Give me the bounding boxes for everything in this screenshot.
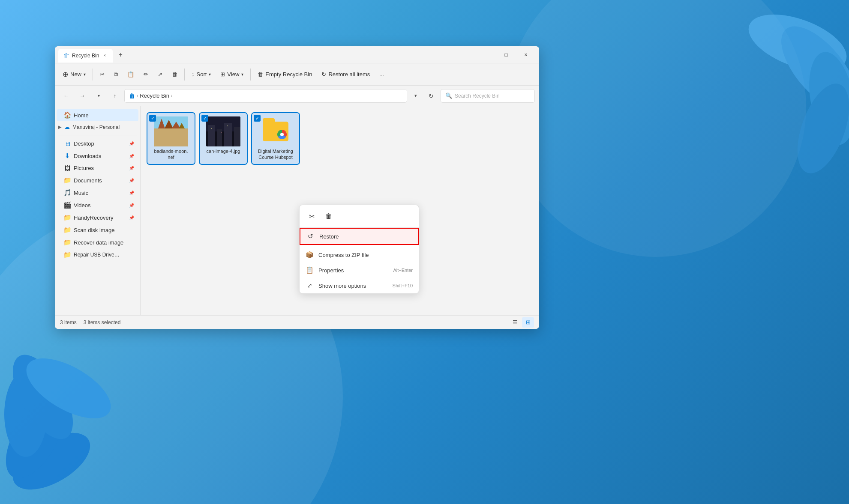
downloads-pin-icon: 📌	[129, 154, 134, 158]
up-button[interactable]: ↑	[108, 89, 122, 103]
sidebar-item-repairusb[interactable]: 📁 Repair USB Drive Sol	[57, 249, 138, 261]
sidebar-divider-1	[58, 135, 137, 135]
delete-button[interactable]: 🗑	[168, 69, 182, 80]
ctx-divider-1	[300, 246, 419, 246]
close-button[interactable]: ×	[516, 48, 536, 62]
sidebar-item-music[interactable]: 🎵 Music 📌	[57, 187, 138, 199]
view-toggle: ☰ ⊞	[509, 317, 534, 328]
documents-pin-icon: 📌	[129, 178, 134, 183]
file-name-jpg: can-image-4.jpg	[207, 148, 240, 154]
address-bar: ← → ▾ ↑ 🗑 › Recycle Bin › ▾ ↻ 🔍 Search R…	[55, 86, 539, 106]
videos-pin-icon: 📌	[129, 203, 134, 208]
recent-locations-button[interactable]: ▾	[92, 89, 105, 103]
search-box[interactable]: 🔍 Search Recycle Bin	[441, 89, 535, 103]
pictures-pin-icon: 📌	[129, 166, 134, 170]
new-button[interactable]: ⊕ New ▾	[58, 68, 90, 81]
address-dropdown-button[interactable]: ▾	[410, 89, 422, 103]
ctx-compress-icon: 📦	[306, 251, 313, 259]
ctx-properties-item[interactable]: 📋 Properties Alt+Enter	[300, 262, 419, 278]
tab-recycle-icon: 🗑	[63, 52, 69, 59]
ctx-properties-label: Properties	[318, 267, 344, 274]
empty-bin-button[interactable]: 🗑 Empty Recycle Bin	[253, 69, 316, 80]
sidebar-repairusb-label: Repair USB Drive Sol	[74, 252, 121, 258]
home-icon: 🏠	[63, 111, 71, 119]
rename-button[interactable]: ✏	[139, 69, 153, 80]
win11-flower-right	[592, 0, 849, 257]
sidebar-item-scandisk[interactable]: 📁 Scan disk image	[57, 224, 138, 236]
file-item-nef[interactable]: ✓ badlan	[147, 113, 195, 164]
videos-icon: 🎬	[63, 201, 71, 209]
ctx-delete-button[interactable]: 🗑	[321, 209, 336, 224]
nef-preview	[154, 116, 188, 146]
ctx-restore-item[interactable]: ↺ Restore	[300, 228, 419, 245]
music-pin-icon: 📌	[129, 191, 134, 195]
copy-icon: ⧉	[114, 71, 118, 78]
grid-view-button[interactable]: ⊞	[522, 317, 534, 328]
view-label: View	[227, 71, 239, 78]
cut-button[interactable]: ✂	[96, 69, 109, 80]
path-label: Recycle Bin	[140, 92, 169, 99]
items-count: 3 items	[60, 319, 77, 325]
file-checkbox-nef: ✓	[149, 115, 156, 122]
ctx-more-options-item[interactable]: ⤢ Show more options Shift+F10	[300, 278, 419, 293]
ctx-cut-button[interactable]: ✂	[304, 209, 319, 224]
sidebar-item-handyrecovery[interactable]: 📁 HandyRecovery 📌	[57, 212, 138, 224]
sidebar-item-home[interactable]: 🏠 Home	[57, 109, 138, 121]
sidebar: 🏠 Home ▶ ☁ Manuviraj - Personal 🖥 Deskto…	[55, 106, 141, 315]
view-icon: ⊞	[220, 71, 225, 78]
back-button[interactable]: ←	[59, 89, 73, 103]
sidebar-item-downloads[interactable]: ⬇ Downloads 📌	[57, 150, 138, 162]
ctx-properties-shortcut: Alt+Enter	[393, 268, 413, 273]
sidebar-item-pictures[interactable]: 🖼 Pictures 📌	[57, 162, 138, 174]
minimize-button[interactable]: ─	[477, 48, 496, 62]
scandisk-icon: 📁	[63, 226, 71, 234]
ctx-cut-icon: ✂	[309, 212, 315, 221]
maximize-button[interactable]: □	[496, 48, 516, 62]
sidebar-desktop-label: Desktop	[74, 140, 126, 147]
sidebar-onedrive-header[interactable]: ▶ ☁ Manuviraj - Personal	[55, 122, 140, 132]
address-path-bar[interactable]: 🗑 › Recycle Bin ›	[124, 89, 407, 103]
file-grid: ✓ badlan	[141, 106, 539, 315]
more-options-button[interactable]: ...	[375, 69, 388, 80]
view-button[interactable]: ⊞ View ▾	[216, 69, 248, 80]
tab-label: Recycle Bin	[72, 53, 99, 59]
new-tab-button[interactable]: +	[114, 49, 126, 61]
svg-rect-20	[234, 127, 240, 146]
ctx-compress-item[interactable]: 📦 Compress to ZIP file	[300, 247, 419, 262]
ctx-restore-label: Restore	[319, 233, 339, 240]
ctx-compress-label: Compress to ZIP file	[318, 252, 369, 258]
onedrive-icon: ☁	[64, 124, 70, 130]
sidebar-item-documents[interactable]: 📁 Documents 📌	[57, 174, 138, 186]
tab-close-button[interactable]: ×	[102, 52, 108, 59]
desktop-icon: 🖥	[63, 140, 71, 147]
folder-preview	[258, 116, 293, 146]
delete-icon: 🗑	[172, 71, 177, 78]
share-icon: ↗	[158, 71, 162, 78]
copy-button[interactable]: ⧉	[110, 69, 122, 81]
refresh-button[interactable]: ↻	[424, 89, 438, 103]
toolbar-sep1	[93, 69, 93, 81]
recoverdata-icon: 📁	[63, 239, 71, 246]
window-controls: ─ □ ×	[477, 48, 536, 62]
file-item-jpg[interactable]: ✓	[200, 113, 247, 164]
forward-button[interactable]: →	[75, 89, 89, 103]
sidebar-item-recoverdata[interactable]: 📁 Recover data image	[57, 236, 138, 248]
sidebar-item-desktop[interactable]: 🖥 Desktop 📌	[57, 138, 138, 149]
more-icon: ...	[379, 71, 384, 78]
list-view-button[interactable]: ☰	[509, 317, 521, 328]
paste-button[interactable]: 📋	[123, 69, 138, 80]
sidebar-pictures-label: Pictures	[74, 165, 126, 171]
sort-button[interactable]: ↕ Sort ▾	[187, 69, 215, 80]
file-item-folder[interactable]: ✓ Digital MarketingCourse Hubspot	[252, 113, 299, 164]
share-button[interactable]: ↗	[153, 69, 167, 80]
svg-rect-18	[217, 129, 222, 146]
toolbar: ⊕ New ▾ ✂ ⧉ 📋 ✏ ↗ 🗑 ↕ Sort ▾ ⊞	[55, 63, 539, 86]
content-area: 🏠 Home ▶ ☁ Manuviraj - Personal 🖥 Deskto…	[55, 106, 539, 315]
toolbar-sep3	[250, 69, 251, 81]
sidebar-downloads-label: Downloads	[74, 153, 126, 159]
active-tab[interactable]: 🗑 Recycle Bin ×	[58, 49, 113, 63]
search-icon: 🔍	[445, 92, 452, 99]
restore-all-button[interactable]: ↺ Restore all items	[317, 69, 374, 80]
sidebar-item-videos[interactable]: 🎬 Videos 📌	[57, 199, 138, 211]
svg-rect-10	[154, 128, 188, 146]
